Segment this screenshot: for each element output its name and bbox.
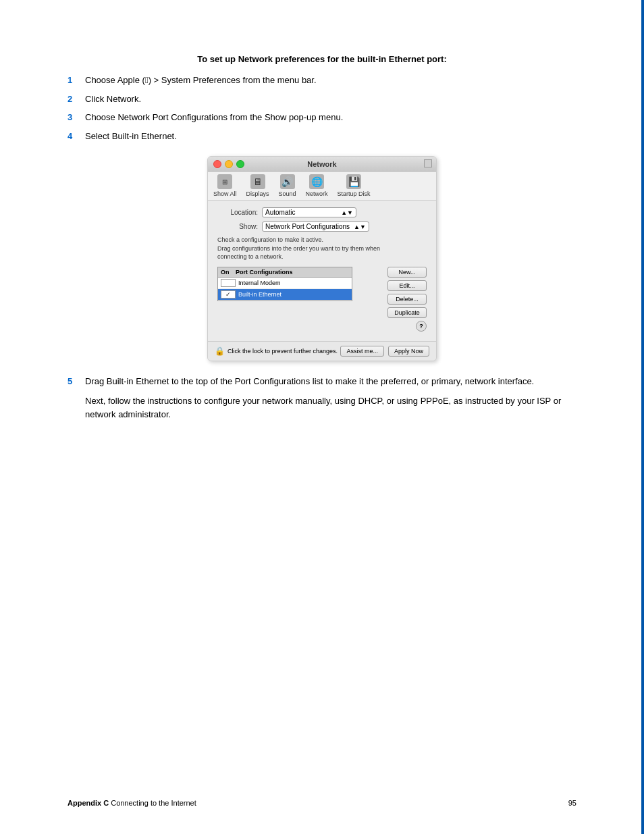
page-footer: Appendix C Connecting to the Internet 95 (0, 799, 644, 807)
step-5-number: 5 (68, 375, 81, 388)
show-value: Network Port Configurations (265, 223, 350, 230)
screenshot-titlebar: Network (208, 157, 436, 172)
location-label: Location: (217, 209, 258, 216)
location-value: Automatic (265, 209, 295, 216)
traffic-lights (213, 160, 244, 168)
startup-disk-icon: 💾 (346, 174, 361, 189)
resize-icon[interactable] (424, 159, 432, 167)
duplicate-button[interactable]: Duplicate (387, 307, 427, 318)
on-col-header: On (221, 269, 236, 276)
builtin-ethernet-name: Built-in Ethernet (238, 291, 349, 298)
lock-text: Click the lock to prevent further change… (227, 348, 338, 355)
port-row-builtin-ethernet[interactable]: ✓ Built-in Ethernet (218, 289, 352, 301)
right-border-accent (641, 0, 644, 834)
help-icon[interactable]: ? (416, 321, 427, 332)
show-row: Show: Network Port Configurations ▲▼ (217, 221, 427, 232)
show-arrow-icon: ▲▼ (354, 224, 366, 230)
show-label: Show: (217, 223, 258, 230)
toolbar-displays[interactable]: 🖥 Displays (246, 174, 269, 197)
toolbar-sound[interactable]: 🔊 Sound (279, 174, 296, 197)
edit-button[interactable]: Edit... (387, 280, 427, 291)
new-button[interactable]: New... (387, 267, 427, 278)
toolbar-startup-disk-label: Startup Disk (338, 190, 371, 197)
show-select[interactable]: Network Port Configurations ▲▼ (262, 221, 369, 232)
help-row: ? (217, 318, 427, 334)
footer-buttons: Assist me... Apply Now (340, 346, 429, 357)
apple-symbol:  (145, 75, 149, 85)
show-all-icon: ⊞ (217, 174, 232, 189)
internal-modem-checkbox[interactable] (221, 279, 236, 287)
step-1-text: Choose Apple () > System Preferences fr… (85, 74, 576, 87)
step-2: 2 Click Network. (68, 93, 576, 106)
toolbar-displays-label: Displays (246, 190, 269, 197)
info-text: Check a configuration to make it active.… (217, 236, 427, 261)
location-arrow-icon: ▲▼ (341, 209, 353, 216)
toolbar-sound-label: Sound (279, 190, 296, 197)
toolbar-network-label: Network (306, 190, 328, 197)
port-buttons: New... Edit... Delete... Duplicate (387, 267, 427, 318)
step-3: 3 Choose Network Port Configurations fro… (68, 111, 576, 124)
port-table-header: On Port Configurations (218, 267, 352, 278)
displays-icon: 🖥 (250, 174, 265, 189)
apply-now-button[interactable]: Apply Now (388, 346, 429, 357)
port-table: On Port Configurations Internal Modem ✓ … (217, 267, 352, 301)
delete-button[interactable]: Delete... (387, 294, 427, 305)
step-1: 1 Choose Apple () > System Preferences … (68, 74, 576, 87)
step-3-number: 3 (68, 111, 81, 124)
page-number: 95 (568, 799, 576, 807)
toolbar-startup-disk[interactable]: 💾 Startup Disk (338, 174, 371, 197)
sound-icon: 🔊 (280, 174, 295, 189)
footer-appendix: Appendix C Connecting to the Internet (68, 799, 196, 807)
toolbar-show-all-label: Show All (213, 190, 237, 197)
internal-modem-name: Internal Modem (238, 280, 349, 286)
step-5-text: Drag Built-in Ethernet to the top of the… (85, 375, 576, 388)
location-row: Location: Automatic ▲▼ (217, 207, 427, 217)
name-col-header: Port Configurations (236, 269, 349, 276)
screenshot-body: Location: Automatic ▲▼ Show: Network Por… (208, 201, 436, 341)
step-5: 5 Drag Built-in Ethernet to the top of t… (68, 375, 576, 388)
page-container: To set up Network preferences for the bu… (0, 0, 644, 834)
appendix-label: Appendix C (68, 799, 109, 807)
network-icon: 🌐 (309, 174, 324, 189)
step-2-text: Click Network. (85, 93, 576, 106)
minimize-button-icon[interactable] (225, 160, 233, 168)
port-row-internal-modem[interactable]: Internal Modem (218, 278, 352, 289)
screenshot-toolbar: ⊞ Show All 🖥 Displays 🔊 Sound 🌐 Network … (208, 172, 436, 201)
step-4-number: 4 (68, 130, 81, 143)
step-4-text: Select Built-in Ethernet. (85, 130, 576, 143)
zoom-button-icon[interactable] (236, 160, 244, 168)
lock-icon[interactable]: 🔒 (215, 346, 225, 356)
network-screenshot: Network ⊞ Show All 🖥 Displays 🔊 Sound 🌐 … (207, 156, 437, 361)
toolbar-network[interactable]: 🌐 Network (306, 174, 328, 197)
assist-me-button[interactable]: Assist me... (340, 346, 384, 357)
follow-text: Next, follow the instructions to configu… (85, 394, 576, 421)
location-select[interactable]: Automatic ▲▼ (262, 207, 356, 217)
step-4: 4 Select Built-in Ethernet. (68, 130, 576, 143)
window-title: Network (307, 160, 336, 168)
toolbar-show-all[interactable]: ⊞ Show All (213, 174, 237, 197)
step-3-text: Choose Network Port Configurations from … (85, 111, 576, 124)
steps-list: 1 Choose Apple () > System Preferences … (68, 74, 576, 142)
close-button-icon[interactable] (213, 160, 221, 168)
screenshot-footer: 🔒 Click the lock to prevent further chan… (208, 341, 436, 361)
appendix-text: Connecting to the Internet (111, 799, 196, 807)
step-2-number: 2 (68, 93, 81, 106)
port-config-area: On Port Configurations Internal Modem ✓ … (217, 267, 427, 318)
step-1-number: 1 (68, 74, 81, 87)
builtin-ethernet-checkbox[interactable]: ✓ (221, 290, 236, 298)
section-heading: To set up Network preferences for the bu… (68, 54, 576, 64)
